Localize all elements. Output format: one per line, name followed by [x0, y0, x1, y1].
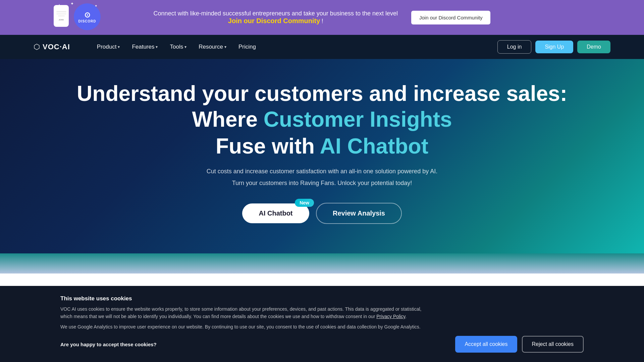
- discord-phone: JOIN!: [54, 5, 69, 27]
- nav-items: Product ▾ Features ▾ Tools ▾ Resource ▾ …: [97, 44, 484, 50]
- reject-cookies-button[interactable]: Reject all cookies: [522, 336, 584, 353]
- main-nav: ⬡ VOC·AI Product ▾ Features ▾ Tools ▾ Re…: [0, 35, 644, 59]
- chevron-down-icon: ▾: [118, 45, 120, 49]
- hero-title-line3: Fuse with AI Chatbot: [216, 134, 428, 159]
- banner-main-text: Connect with like-minded successful entr…: [154, 10, 398, 17]
- chevron-down-icon: ▾: [184, 45, 186, 49]
- cookie-title: This website uses cookies: [60, 295, 584, 302]
- banner-link-text[interactable]: Join our Discord Community: [228, 17, 320, 24]
- hero-section: Understand your customers and increase s…: [0, 59, 644, 253]
- nav-item-tools[interactable]: Tools ▾: [170, 44, 186, 50]
- cookie-banner: This website uses cookies VOC AI uses co…: [0, 286, 644, 362]
- demo-button[interactable]: Demo: [577, 41, 610, 53]
- nav-item-resource[interactable]: Resource ▾: [199, 44, 226, 50]
- banner-exclamation: !: [322, 18, 323, 24]
- signup-button[interactable]: Sign Up: [535, 41, 573, 53]
- nav-item-pricing[interactable]: Pricing: [238, 44, 256, 50]
- accept-cookies-button[interactable]: Accept all cookies: [455, 336, 517, 353]
- review-analysis-button[interactable]: Review Analysis: [316, 203, 402, 224]
- discord-logo-bubble: ⊙ DISCORD: [74, 3, 101, 30]
- hero-subtitle-2: Turn your customers into Raving Fans. Un…: [232, 178, 412, 188]
- logo-icon: ⬡: [34, 43, 40, 51]
- cookie-text-2: We use Google Analytics to improve user …: [60, 323, 429, 330]
- hero-title-line2: Where Customer Insights: [192, 107, 452, 132]
- banner-center-text: Connect with like-minded successful entr…: [154, 10, 398, 25]
- hero-title-line1: Understand your customers and increase s…: [77, 82, 567, 105]
- nav-auth: Log in Sign Up Demo: [497, 40, 610, 54]
- logo[interactable]: ⬡ VOC·AI: [34, 43, 70, 51]
- login-button[interactable]: Log in: [497, 40, 532, 54]
- new-badge: New: [295, 199, 314, 207]
- discord-banner: ✦ ✦ ✦ JOIN! ⊙ DISCORD Connect with like-…: [0, 0, 644, 35]
- cookie-bottom: Are you happy to accept these cookies? A…: [60, 336, 584, 353]
- cookie-text-1: VOC AI uses cookies to ensure the websit…: [60, 305, 429, 320]
- ai-chatbot-button-wrapper: New AI Chatbot: [242, 203, 309, 223]
- hero-buttons: New AI Chatbot Review Analysis: [242, 203, 402, 224]
- sparkle-icon: ✦: [70, 1, 74, 6]
- cookie-question: Are you happy to accept these cookies?: [60, 342, 157, 347]
- join-discord-button[interactable]: Join our Discord Community: [411, 11, 490, 24]
- cookie-actions: Accept all cookies Reject all cookies: [455, 336, 584, 353]
- chevron-down-icon: ▾: [156, 45, 158, 49]
- nav-item-product[interactable]: Product ▾: [97, 44, 120, 50]
- logo-text: VOC·AI: [43, 43, 70, 51]
- chevron-down-icon: ▾: [224, 45, 226, 49]
- nav-item-features[interactable]: Features ▾: [132, 44, 158, 50]
- discord-illustration: ✦ ✦ ✦ JOIN! ⊙ DISCORD: [54, 0, 101, 35]
- privacy-policy-link[interactable]: Privacy Policy: [376, 314, 405, 319]
- hero-transition: [0, 253, 644, 274]
- hero-subtitle-1: Cut costs and increase customer satisfac…: [207, 167, 437, 176]
